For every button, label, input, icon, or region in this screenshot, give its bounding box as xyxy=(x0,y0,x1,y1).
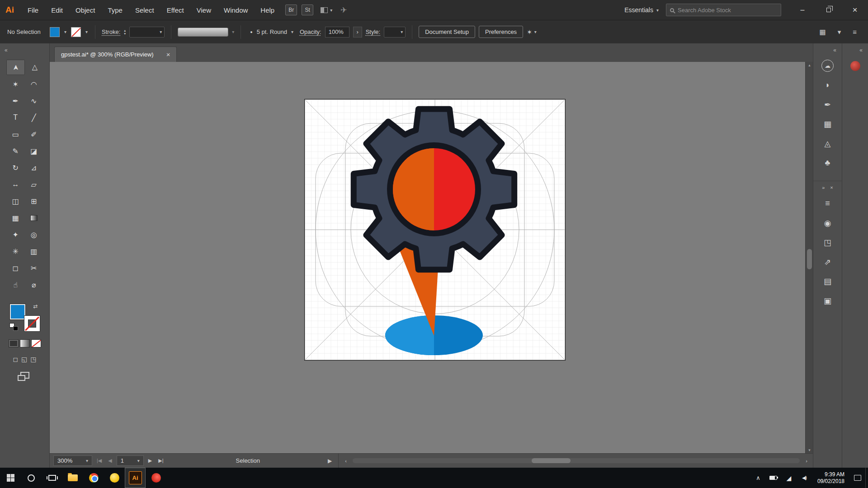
tool-width[interactable]: ↔ xyxy=(6,177,25,192)
fill-color-swatch[interactable] xyxy=(50,27,60,37)
color-mode-button[interactable] xyxy=(9,339,19,347)
start-button[interactable] xyxy=(0,468,21,488)
tool-type[interactable]: T xyxy=(6,110,25,125)
tool-blend[interactable]: ◎ xyxy=(25,227,43,242)
arrange-documents-icon[interactable]: ▦ xyxy=(816,28,830,36)
clock[interactable]: 9:39 AM 09/02/2018 xyxy=(812,468,850,488)
menu-help[interactable]: Help xyxy=(254,0,281,20)
minimize-button[interactable]: – xyxy=(789,0,816,20)
last-artboard-button[interactable]: ▶| xyxy=(156,458,165,464)
scroll-down-icon[interactable]: ▾ xyxy=(806,448,813,452)
tool-symbol-sprayer[interactable]: ✳ xyxy=(6,244,25,259)
tool-hand[interactable]: ☝ xyxy=(6,277,25,292)
menu-view[interactable]: View xyxy=(190,0,217,20)
tool-column-graph[interactable]: ▥ xyxy=(25,244,43,259)
tool-curvature[interactable]: ∿ xyxy=(25,93,43,108)
fill-color-indicator[interactable] xyxy=(10,304,25,319)
links-panel-icon[interactable]: ◳ xyxy=(818,233,837,252)
opacity-label[interactable]: Opacity: xyxy=(300,28,321,35)
color-guide-icon[interactable]: ◗ xyxy=(818,76,837,94)
volume-button[interactable]: ◀) xyxy=(797,468,812,488)
next-artboard-button[interactable]: ▶ xyxy=(146,458,154,464)
menu-type[interactable]: Type xyxy=(101,0,129,20)
symbols-panel-icon[interactable]: ♣ xyxy=(818,154,837,172)
tool-rectangle[interactable]: ▭ xyxy=(6,127,25,142)
tool-artboard[interactable]: ◻ xyxy=(6,260,25,276)
opacity-input[interactable]: 100% xyxy=(325,27,349,38)
previous-artboard-button[interactable]: ◀ xyxy=(106,458,113,464)
file-explorer-button[interactable] xyxy=(62,468,83,488)
network-button[interactable]: ◢ xyxy=(781,468,797,488)
swatches-panel-icon[interactable]: ▦ xyxy=(818,115,837,133)
menu-select[interactable]: Select xyxy=(129,0,160,20)
tool-free-transform[interactable]: ▱ xyxy=(25,177,43,192)
scroll-right-icon[interactable]: › xyxy=(804,458,809,464)
draw-inside-button[interactable]: ◳ xyxy=(30,356,36,363)
brushes-panel-icon[interactable]: ✒ xyxy=(818,95,837,114)
bridge-quick-button[interactable]: Br xyxy=(285,5,297,15)
none-mode-button[interactable] xyxy=(31,339,41,347)
style-label[interactable]: Style: xyxy=(366,28,381,35)
stock-quick-button[interactable]: St xyxy=(302,5,313,15)
tab-close-icon[interactable]: × xyxy=(166,51,170,58)
illustrator-taskbar-button[interactable]: Ai xyxy=(125,468,146,488)
expand-panels-icon[interactable]: » xyxy=(822,185,825,190)
stroke-weight-label[interactable]: Stroke: xyxy=(102,28,120,35)
zoom-level-select[interactable]: 300% ▾ xyxy=(53,455,92,466)
tool-gradient[interactable] xyxy=(25,210,43,225)
width-profile-select[interactable] xyxy=(178,28,228,37)
tool-zoom[interactable]: ⌀ xyxy=(25,277,43,292)
draw-normal-button[interactable]: ◻ xyxy=(13,356,18,363)
close-button[interactable]: × xyxy=(842,0,868,20)
cortana-button[interactable] xyxy=(21,468,42,488)
artboard[interactable] xyxy=(305,99,565,360)
show-desktop-button[interactable] xyxy=(865,468,868,488)
tool-selection[interactable]: ➤ xyxy=(6,60,25,75)
dock-collapse-icon[interactable]: « xyxy=(828,43,842,56)
scroll-up-icon[interactable]: ▴ xyxy=(806,63,813,67)
menu-window[interactable]: Window xyxy=(217,0,254,20)
canvas[interactable]: ▴ ▾ xyxy=(50,62,813,453)
artboard-number-select[interactable]: 1 ▾ xyxy=(117,455,144,466)
stroke-color-swatch[interactable] xyxy=(71,27,81,37)
stroke-weight-select[interactable]: ▾ xyxy=(129,27,165,38)
vertical-scrollbar[interactable]: ▴ ▾ xyxy=(805,62,813,453)
tool-pencil[interactable]: ✎ xyxy=(6,143,25,159)
plugin-icon[interactable] xyxy=(846,56,865,75)
brush-definition-select[interactable]: ● 5 pt. Round ▾ xyxy=(247,28,296,35)
close-panel-group-icon[interactable]: × xyxy=(830,185,833,190)
gradient-mode-button[interactable] xyxy=(20,339,30,347)
stock-search-box[interactable] xyxy=(666,4,781,16)
red-app-button[interactable] xyxy=(146,468,166,488)
tool-perspective-grid[interactable]: ⊞ xyxy=(25,193,43,209)
stroke-stepper[interactable]: ▴▾ xyxy=(124,29,126,35)
panel-menu-icon[interactable]: ≡ xyxy=(849,28,861,36)
screen-mode-button[interactable] xyxy=(20,372,29,380)
artboards-panel-icon[interactable]: ▣ xyxy=(818,291,837,310)
battery-button[interactable] xyxy=(766,468,781,488)
menu-file[interactable]: File xyxy=(21,0,45,20)
export-panel-icon[interactable]: ⇗ xyxy=(818,253,837,271)
tool-eraser[interactable]: ◪ xyxy=(25,143,43,159)
tool-line-segment[interactable]: ╱ xyxy=(25,110,43,125)
task-view-button[interactable] xyxy=(42,468,62,488)
workspace-switcher[interactable]: Essentials ▾ xyxy=(624,6,659,14)
action-center-button[interactable] xyxy=(850,468,865,488)
tool-slice[interactable]: ✂ xyxy=(25,260,43,276)
status-options-icon[interactable]: ▶ xyxy=(326,458,334,464)
opacity-options-icon[interactable]: › xyxy=(353,27,362,38)
search-input[interactable] xyxy=(678,7,777,14)
tool-rotate[interactable]: ↻ xyxy=(6,160,25,175)
stroke-color-indicator[interactable] xyxy=(24,316,40,331)
menu-effect[interactable]: Effect xyxy=(160,0,190,20)
default-fill-stroke-icon[interactable] xyxy=(10,324,18,330)
tool-eyedropper[interactable]: ✦ xyxy=(6,227,25,242)
dock-collapse-icon[interactable]: « xyxy=(854,43,868,56)
chrome-button[interactable] xyxy=(83,468,104,488)
cc-libraries-icon[interactable]: ☁ xyxy=(818,56,837,75)
toolbar-collapse-icon[interactable]: « xyxy=(0,46,49,53)
arrange-documents-button[interactable]: ▾ xyxy=(321,7,332,13)
appearance-panel-icon[interactable]: ≡ xyxy=(818,194,837,213)
color-panel-icon[interactable]: ◉ xyxy=(818,214,837,232)
horizontal-scrollbar[interactable] xyxy=(353,458,800,463)
